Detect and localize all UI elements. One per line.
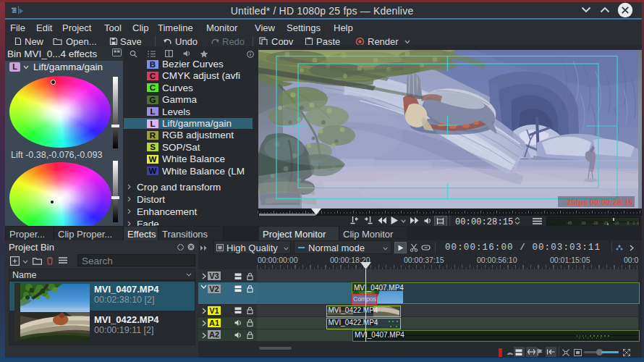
svg-text:25fps 00:00:28:15: 25fps 00:00:28:15 [567,198,633,206]
